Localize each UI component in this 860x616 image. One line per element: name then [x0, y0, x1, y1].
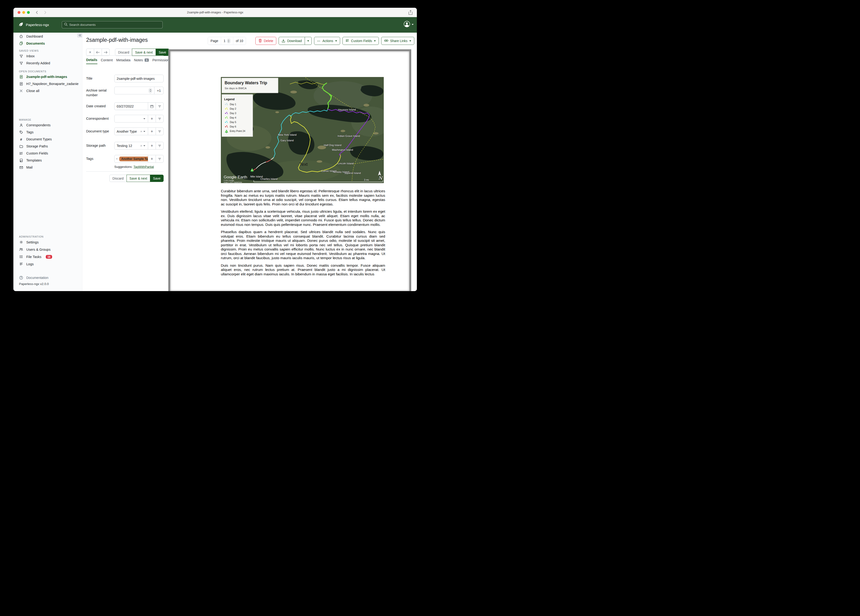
sidebar-item-documentation[interactable]: Documentation [13, 274, 82, 281]
discard-button[interactable]: Discard [115, 49, 132, 56]
sidebar-item-logs[interactable]: Logs [13, 260, 82, 268]
sidebar-item-inbox[interactable]: Inbox [13, 53, 82, 60]
sidebar-item-label: Users & Groups [26, 248, 50, 251]
sidebar-item-recently-added[interactable]: Recently Added [13, 60, 82, 67]
form-row-asn: Archive serial number +1 [86, 86, 163, 97]
asn-stepper[interactable] [149, 88, 152, 93]
page-stepper[interactable] [227, 38, 231, 43]
person-icon [19, 123, 23, 127]
chevron-down-icon [143, 131, 145, 132]
google-earth-watermark: Google Earth [224, 175, 247, 179]
share-links-button[interactable]: Share Links [381, 37, 414, 45]
close-document-button[interactable]: ✕ [86, 49, 94, 56]
form-row-document-type: Document type Another Type × + [86, 127, 163, 135]
minimize-window-button[interactable] [22, 11, 25, 14]
tag-chip[interactable]: Another Sample Tag [119, 157, 152, 161]
clear-icon[interactable]: × [140, 144, 142, 148]
hash-icon: # [19, 137, 23, 141]
sidebar-item-users-groups[interactable]: Users & Groups [13, 246, 82, 253]
user-menu-button[interactable] [404, 21, 414, 28]
link-icon [384, 39, 388, 43]
custom-fields-button[interactable]: Custom Fields [342, 37, 379, 45]
sidebar-item-label: File Tasks [26, 255, 41, 259]
tab-notes[interactable]: Notes1 [134, 58, 149, 64]
share-links-button-label: Share Links [390, 39, 408, 43]
legend-label: Day 2 [230, 107, 236, 110]
delete-button[interactable]: Delete [255, 37, 276, 45]
add-document-type-button[interactable]: + [148, 127, 156, 135]
tab-details[interactable]: Details [86, 58, 97, 64]
save-and-next-button[interactable]: Save & next [132, 49, 156, 56]
sidebar-item-settings[interactable]: Settings [13, 239, 82, 246]
page-total-label: of 10 [233, 37, 246, 45]
chevron-down-icon [374, 40, 376, 42]
remove-tag-icon[interactable]: × [116, 157, 118, 160]
tags-select[interactable]: × Another Sample Tag × [114, 155, 148, 163]
date-created-input[interactable]: 03/27/2022 [114, 102, 148, 110]
suggestion-link[interactable]: TagWithPartial [133, 165, 154, 168]
ellipsis-icon: ⋯ [317, 39, 321, 43]
date-filter-icon[interactable] [155, 102, 163, 110]
save-and-next-button[interactable]: Save & next [127, 174, 151, 182]
zoom-window-button[interactable] [27, 11, 30, 14]
save-button[interactable]: Save [155, 49, 169, 56]
download-options-button[interactable] [304, 37, 312, 45]
close-window-button[interactable] [17, 11, 20, 14]
sidebar-item-mail[interactable]: Mail [13, 164, 82, 171]
sidebar-item-open-doc-1[interactable]: 2sample-pdf-with-images [13, 73, 82, 80]
filter-funnel-icon [19, 54, 23, 58]
sidebar-item-open-doc-2[interactable]: H7_Napoleon_Bonaparte_zadanie [13, 80, 82, 87]
sidebar-item-correspondents[interactable]: Correspondents [13, 122, 82, 129]
home-icon [19, 34, 23, 39]
document-type-select[interactable]: Another Type × [114, 127, 148, 135]
add-storage-path-button[interactable]: + [148, 142, 156, 149]
sidebar-item-custom-fields[interactable]: Custom Fields [13, 150, 82, 157]
sidebar-item-document-types[interactable]: # Document Types [13, 136, 82, 143]
sidebar-item-file-tasks[interactable]: File Tasks 16 [13, 253, 82, 260]
notes-count-badge: 1 [144, 58, 149, 62]
document-tabs: Details Content Metadata Notes1 Permissi… [86, 58, 171, 64]
add-correspondent-button[interactable]: + [148, 115, 156, 123]
tab-content[interactable]: Content [101, 58, 113, 64]
sidebar-item-close-all[interactable]: Close all [13, 87, 82, 94]
search-input[interactable] [69, 23, 160, 27]
map-title-box: Boundary Waters Trip Six days in BWCA [222, 78, 278, 93]
correspondent-filter-icon[interactable] [155, 115, 163, 123]
previous-document-button[interactable] [94, 49, 102, 56]
share-icon[interactable] [408, 9, 413, 16]
correspondent-select[interactable] [114, 115, 148, 123]
clear-icon[interactable]: × [140, 130, 142, 133]
map-label: Half Dog Island [324, 144, 341, 146]
tags-filter-icon[interactable] [155, 155, 163, 163]
sidebar-item-tags[interactable]: Tags [13, 129, 82, 136]
next-document-button[interactable] [102, 49, 110, 56]
pdf-viewer-frame[interactable]: Hausons Island New York Island Gary Isla… [168, 49, 411, 291]
sidebar-item-documents[interactable]: Documents [13, 40, 82, 47]
sidebar-item-templates[interactable]: Templates [13, 157, 82, 164]
discard-button[interactable]: Discard [109, 174, 127, 182]
download-button[interactable]: Download [279, 37, 304, 45]
app-body: Dashboard Documents SAVED VIEWS Inbox Re… [13, 33, 417, 291]
actions-button[interactable]: ⋯ Actions [314, 37, 340, 45]
tab-label: Notes [134, 58, 143, 62]
add-tag-button[interactable]: + [148, 155, 156, 163]
asn-input[interactable] [114, 86, 154, 94]
browser-forward-icon[interactable] [43, 10, 47, 14]
sidebar-item-dashboard[interactable]: Dashboard [13, 33, 82, 40]
title-input[interactable]: 2sample-pdf-with-images [114, 75, 163, 82]
sidebar-item-storage-paths[interactable]: Storage Paths [13, 143, 82, 150]
storage-path-select[interactable]: Testing 12 × [114, 142, 148, 149]
tab-metadata[interactable]: Metadata [116, 58, 130, 64]
save-button[interactable]: Save [150, 174, 163, 182]
sidebar-item-label: Documents [26, 42, 45, 45]
date-created-field-label: Date created [86, 102, 114, 110]
app-brand[interactable]: Paperless-ngx [19, 22, 49, 28]
storage-path-filter-icon[interactable] [155, 142, 163, 149]
browser-back-icon[interactable] [35, 10, 39, 14]
close-icon [19, 89, 23, 93]
desktop-background: 2sample-pdf-with-images - Paperless-ngx … [0, 0, 430, 308]
page-number-input[interactable]: 1 [221, 37, 233, 45]
calendar-icon[interactable] [148, 102, 156, 110]
asn-plus-one-button[interactable]: +1 [154, 86, 163, 94]
document-type-filter-icon[interactable] [155, 127, 163, 135]
